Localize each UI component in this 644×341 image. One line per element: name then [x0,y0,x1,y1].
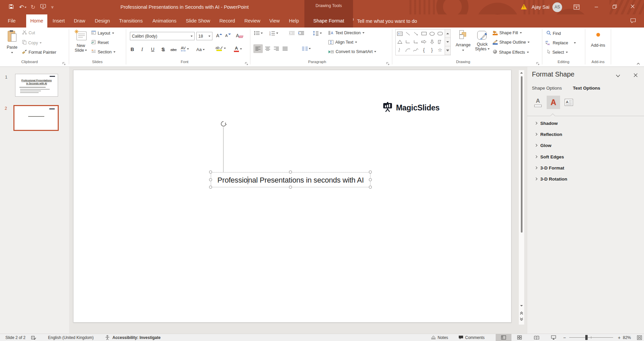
panel-collapse-icon[interactable] [615,73,621,79]
tell-me-box[interactable]: Tell me what you want to do [350,14,417,28]
increase-font-size-button[interactable]: A [216,33,222,38]
font-size-dropdown-icon[interactable] [208,36,210,37]
decrease-indent-button[interactable] [289,31,295,35]
shape-textbox-icon[interactable]: A [396,30,403,37]
next-slide-button[interactable] [519,316,524,323]
tab-design[interactable]: Design [91,14,113,28]
font-name-combo[interactable]: Calibri (Body) [130,32,195,40]
section-3d-rotation[interactable]: 3-D Rotation [527,175,644,183]
reset-button[interactable]: Reset [91,40,109,45]
align-text-button[interactable]: Align Text [328,40,357,45]
paste-button[interactable]: Paste [3,30,21,54]
shape-arc-icon[interactable] [404,46,411,54]
shapes-gallery-scrollbar[interactable] [445,30,450,55]
shape-effects-button[interactable]: Shape Effects [493,49,529,55]
undo-icon[interactable]: ↶ [19,4,24,11]
save-icon[interactable] [9,4,14,10]
undo-dropdown-icon[interactable] [24,7,27,8]
highlight-dropdown-icon[interactable] [224,48,226,49]
bullets-button[interactable] [254,31,263,35]
shape-arrow-right-icon[interactable] [420,38,428,46]
slide-2-thumbnail[interactable] [13,105,59,131]
text-shadow-button[interactable]: S [161,47,165,52]
resize-handle-bottom-right[interactable] [369,186,372,189]
section-button[interactable]: Section [91,49,115,54]
slide-counter[interactable]: Slide 2 of 2 [5,334,26,341]
underline-button[interactable]: U [151,47,154,52]
fit-slide-to-window-icon[interactable] [637,334,642,341]
shape-curve-icon[interactable] [412,46,419,54]
convert-to-smartart-button[interactable]: Convert to SmartArt [328,49,376,54]
resize-handle-top-left[interactable] [209,170,212,174]
section-soft-edges[interactable]: Soft Edges [527,152,644,161]
font-size-combo[interactable]: 18 [196,32,212,40]
shape-scribble-icon[interactable] [396,46,403,54]
start-slideshow-icon[interactable] [40,4,46,10]
shape-arrow-down-icon[interactable] [428,38,436,46]
slide-show-view-button[interactable] [548,334,559,341]
clipboard-dialog-launcher-icon[interactable] [62,61,66,67]
align-left-button[interactable] [253,44,263,53]
cut-button[interactable]: Cut [22,30,35,36]
collapse-ribbon-icon[interactable] [636,60,640,66]
find-button[interactable]: Find [546,31,561,36]
tab-help[interactable]: Help [285,14,303,28]
close-button[interactable] [625,0,640,13]
tab-transitions[interactable]: Transitions [116,14,146,28]
user-name[interactable]: Ajay Sai [532,0,549,14]
arrange-button[interactable]: Arrange [454,30,473,52]
section-reflection[interactable]: Reflection [527,130,644,139]
replace-dropdown-icon[interactable] [574,42,576,44]
numbering-button[interactable]: 123 [269,31,278,36]
shape-elbow-connector-icon[interactable] [404,38,411,46]
tab-insert[interactable]: Insert [50,14,68,28]
strikethrough-button[interactable]: abc [170,48,177,52]
minimize-button[interactable] [589,0,604,13]
text-direction-button[interactable]: A Text Direction [328,31,364,35]
scrollbar-thumb[interactable] [521,76,523,233]
gallery-more-icon[interactable] [445,46,450,55]
tab-review[interactable]: Review [241,14,264,28]
shape-rounded-rectangle-icon[interactable] [436,30,444,37]
columns-dropdown-icon[interactable] [309,48,311,49]
numbering-dropdown-icon[interactable] [276,33,278,34]
shape-line-icon[interactable] [404,30,411,37]
font-dialog-launcher-icon[interactable] [245,61,248,67]
select-button[interactable]: Select [547,49,568,55]
redo-icon[interactable]: ↻ [31,4,35,11]
font-color-dropdown-icon[interactable] [240,48,242,50]
layout-button[interactable]: Layout [91,31,114,36]
resize-handle-bottom-center[interactable] [289,186,292,189]
justify-button[interactable] [283,47,288,51]
tab-shape-options[interactable]: Shape Options [532,86,562,91]
comments-bubble-icon[interactable] [630,18,636,25]
shape-triangle-icon[interactable] [396,38,403,46]
bullets-dropdown-icon[interactable] [261,33,263,34]
accessibility-status[interactable]: Accessibility: Investigate [112,334,160,341]
text-effects-icon[interactable]: A [547,96,560,109]
text-box-options-icon[interactable]: A [562,96,576,109]
quick-styles-button[interactable]: Quick Styles [474,30,491,51]
format-painter-button[interactable]: Format Painter [22,49,56,55]
drawing-dialog-launcher-icon[interactable] [536,61,540,67]
shape-corner-icon[interactable] [436,38,444,46]
zoom-out-button[interactable]: − [563,334,566,341]
resize-handle-bottom-left[interactable] [209,186,212,189]
copy-dropdown-icon[interactable] [40,42,42,44]
align-center-button[interactable] [265,47,270,51]
zoom-percentage[interactable]: 82% [623,334,631,341]
shape-right-brace-icon[interactable]: } [428,46,436,54]
language-indicator[interactable]: English (United Kingdom) [48,334,94,341]
panel-close-icon[interactable] [634,72,638,79]
line-spacing-button[interactable] [313,31,322,36]
italic-button[interactable]: I [141,47,143,52]
previous-slide-button[interactable] [519,310,524,316]
shape-left-brace-icon[interactable]: { [420,46,428,54]
section-shadow[interactable]: Shadow [527,119,644,128]
bold-button[interactable]: B [131,47,134,52]
slide-1-thumbnail[interactable]: Professional Presentations in Seconds wi… [15,74,58,97]
tab-home[interactable]: Home [26,14,47,28]
shape-rectangle-icon[interactable] [420,30,428,37]
shapes-gallery[interactable]: A { } ☆ [395,29,451,55]
section-3d-format[interactable]: 3-D Format [527,163,644,172]
